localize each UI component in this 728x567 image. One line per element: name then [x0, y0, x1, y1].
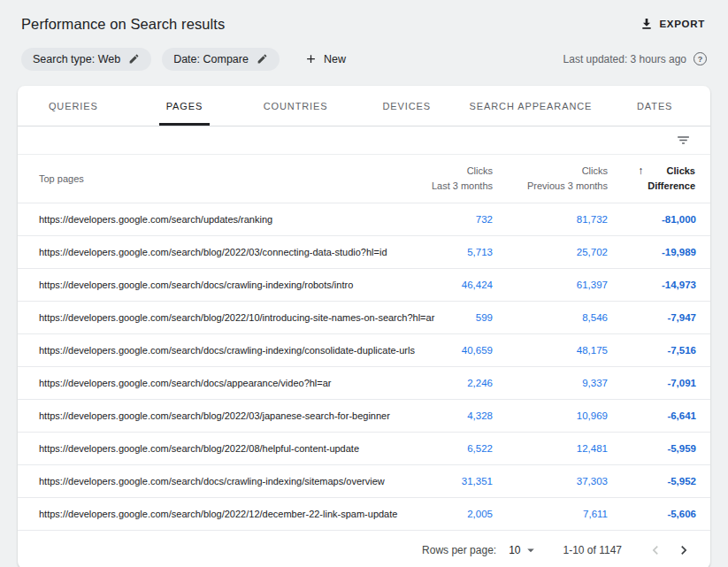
page-url[interactable]: https://developers.google.com/search/doc…	[18, 465, 414, 498]
new-label: New	[324, 53, 346, 65]
page-url[interactable]: https://developers.google.com/search/blo…	[18, 302, 414, 334]
clicks-difference-value: -81,000	[609, 203, 710, 236]
clicks-last-3-months-value: 2,246	[414, 367, 494, 400]
clicks-difference-value: -7,091	[609, 367, 710, 400]
clicks-difference-value: -7,947	[609, 302, 710, 334]
tab-label: SEARCH APPEARANCE	[463, 86, 600, 126]
clicks-last-3-months-value: 4,328	[414, 400, 494, 433]
chevron-left-icon	[647, 541, 664, 559]
column-header-line1: Clicks	[415, 164, 493, 179]
tab-countries[interactable]: COUNTRIES	[240, 86, 351, 126]
tab-label: DEVICES	[375, 86, 438, 126]
page-url[interactable]: https://developers.google.com/search/doc…	[18, 334, 414, 367]
date-compare-chip[interactable]: Date: Compare	[162, 48, 280, 71]
download-icon	[640, 17, 654, 31]
tab-devices[interactable]: DEVICES	[351, 86, 463, 126]
pagination-range: 1-10 of 1147	[563, 544, 623, 556]
table-row[interactable]: https://developers.google.com/search/upd…	[18, 203, 710, 236]
date-compare-chip-label: Date: Compare	[173, 53, 249, 65]
column-header-top-pages[interactable]: Top pages	[18, 155, 414, 203]
pages-table: Top pages Clicks Last 3 months Clicks Pr…	[18, 155, 710, 530]
clicks-last-3-months-value: 732	[414, 203, 494, 236]
filter-list-icon	[676, 133, 691, 148]
clicks-difference-value: -14,973	[609, 269, 710, 302]
table-row[interactable]: https://developers.google.com/search/blo…	[18, 236, 710, 269]
page-url[interactable]: https://developers.google.com/search/upd…	[18, 203, 414, 236]
clicks-previous-3-months-value: 10,969	[494, 400, 609, 433]
clicks-previous-3-months-value: 48,175	[494, 334, 609, 367]
export-label: EXPORT	[660, 19, 706, 29]
rows-per-page-select[interactable]: 10	[509, 542, 538, 558]
table-header-row: Top pages Clicks Last 3 months Clicks Pr…	[18, 155, 710, 203]
tabs: QUERIESPAGESCOUNTRIESDEVICESSEARCH APPEA…	[18, 86, 710, 126]
next-page-button[interactable]	[670, 538, 698, 563]
help-icon[interactable]: ?	[694, 52, 707, 65]
clicks-difference-value: -5,606	[609, 498, 710, 531]
search-type-chip[interactable]: Search type: Web	[21, 48, 151, 71]
table-row[interactable]: https://developers.google.com/search/doc…	[18, 269, 710, 302]
pagination-bar: Rows per page: 10 1-10 of 1147	[18, 530, 710, 567]
column-header-line2: Previous 3 months	[494, 179, 608, 194]
column-header-clicks-difference[interactable]: ↑ Clicks Difference	[609, 155, 710, 203]
tab-label: COUNTRIES	[257, 86, 335, 126]
performance-page: Performance on Search results EXPORT Sea…	[0, 0, 728, 567]
clicks-last-3-months-value: 5,713	[414, 236, 494, 269]
clicks-last-3-months-value: 40,659	[414, 334, 494, 367]
page-url[interactable]: https://developers.google.com/search/blo…	[18, 433, 414, 465]
clicks-last-3-months-value: 6,522	[414, 433, 494, 465]
tab-label: QUERIES	[42, 86, 105, 126]
clicks-previous-3-months-value: 37,303	[494, 465, 609, 498]
clicks-previous-3-months-value: 12,481	[494, 433, 609, 465]
page-url[interactable]: https://developers.google.com/search/blo…	[18, 498, 414, 531]
clicks-previous-3-months-value: 25,702	[494, 236, 609, 269]
clicks-previous-3-months-value: 61,397	[494, 269, 609, 302]
export-button[interactable]: EXPORT	[638, 13, 708, 34]
previous-page-button[interactable]	[641, 538, 670, 563]
clicks-previous-3-months-value: 9,337	[494, 367, 609, 400]
table-toolbar	[18, 126, 710, 155]
column-header-clicks-last-3-months[interactable]: Clicks Last 3 months	[414, 155, 494, 203]
chevron-right-icon	[675, 541, 693, 559]
page-url[interactable]: https://developers.google.com/search/blo…	[18, 400, 414, 433]
tab-label: DATES	[630, 86, 679, 126]
table-body: https://developers.google.com/search/upd…	[18, 203, 710, 531]
tab-dates[interactable]: DATES	[599, 86, 710, 126]
tab-queries[interactable]: QUERIES	[18, 86, 129, 126]
table-row[interactable]: https://developers.google.com/search/blo…	[18, 400, 710, 433]
clicks-previous-3-months-value: 7,611	[494, 498, 609, 531]
clicks-last-3-months-value: 31,351	[414, 465, 494, 498]
table-row[interactable]: https://developers.google.com/search/blo…	[18, 302, 710, 334]
table-row[interactable]: https://developers.google.com/search/doc…	[18, 334, 710, 367]
dropdown-caret-icon	[523, 542, 539, 558]
clicks-difference-value: -7,516	[609, 334, 710, 367]
column-header-clicks-previous-3-months[interactable]: Clicks Previous 3 months	[494, 155, 609, 203]
filter-button[interactable]	[672, 131, 694, 149]
column-header-line1: Clicks	[494, 164, 608, 179]
report-card: QUERIESPAGESCOUNTRIESDEVICESSEARCH APPEA…	[18, 86, 710, 567]
new-filter-button[interactable]: New	[297, 47, 353, 71]
rows-per-page-label: Rows per page:	[422, 544, 496, 556]
clicks-previous-3-months-value: 81,732	[494, 203, 609, 236]
table-row[interactable]: https://developers.google.com/search/doc…	[18, 465, 710, 498]
search-type-chip-label: Search type: Web	[33, 53, 120, 65]
last-updated: Last updated: 3 hours ago ?	[563, 52, 707, 65]
table-row[interactable]: https://developers.google.com/search/blo…	[18, 498, 710, 531]
edit-icon	[128, 53, 140, 65]
last-updated-text: Last updated: 3 hours ago	[563, 53, 686, 65]
sort-ascending-icon: ↑	[638, 165, 643, 177]
column-header-line1: Clicks	[648, 164, 695, 179]
table-wrap: Top pages Clicks Last 3 months Clicks Pr…	[18, 155, 710, 530]
tab-pages[interactable]: PAGES	[129, 86, 241, 126]
page-url[interactable]: https://developers.google.com/search/doc…	[18, 269, 414, 302]
page-url[interactable]: https://developers.google.com/search/doc…	[18, 367, 414, 400]
page-url[interactable]: https://developers.google.com/search/blo…	[18, 236, 414, 269]
table-row[interactable]: https://developers.google.com/search/doc…	[18, 367, 710, 400]
clicks-difference-value: -5,952	[609, 465, 710, 498]
clicks-previous-3-months-value: 8,546	[494, 302, 609, 334]
clicks-last-3-months-value: 2,005	[414, 498, 494, 531]
filter-bar: Search type: Web Date: Compare New Last …	[0, 43, 728, 71]
tab-search-appearance[interactable]: SEARCH APPEARANCE	[463, 86, 600, 126]
table-row[interactable]: https://developers.google.com/search/blo…	[18, 433, 710, 465]
clicks-last-3-months-value: 46,424	[414, 269, 494, 302]
clicks-difference-value: -5,959	[609, 433, 710, 465]
